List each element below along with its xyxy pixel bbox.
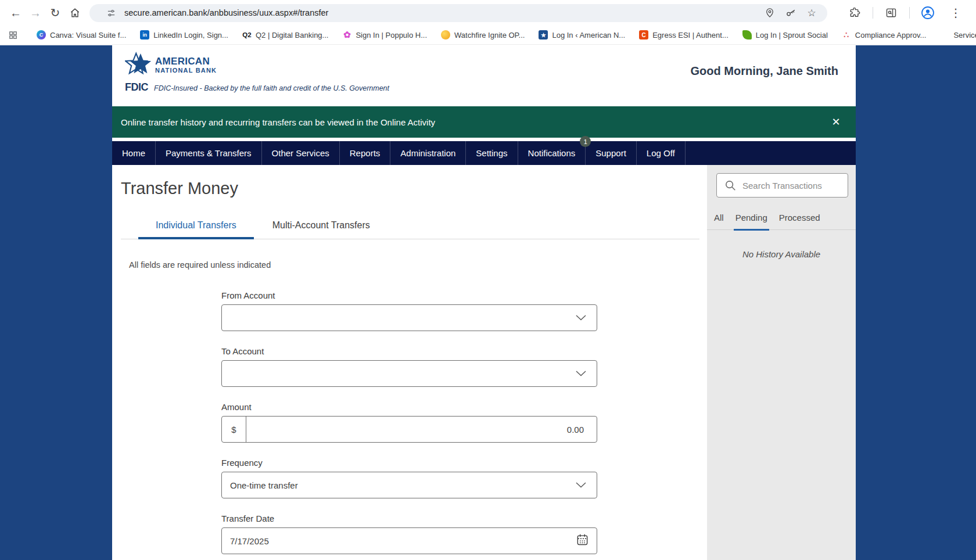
bookmark-label: Egress ESI | Authent... [652, 31, 729, 40]
currency-symbol: $ [222, 417, 246, 442]
site-info-tune-icon[interactable] [103, 5, 119, 20]
bookmark-label: Log In ‹ American N... [552, 31, 625, 40]
amount-label: Amount [221, 403, 597, 412]
star-eagle-logo-icon [125, 52, 154, 78]
transfer-date-input[interactable]: 7/17/2025 [221, 527, 597, 554]
nav-item-home[interactable]: Home [112, 141, 156, 165]
transfer-tabs: Individual Transfers Multi-Account Trans… [121, 220, 699, 239]
bookmark-watchfire[interactable]: Watchfire Ignite OP... [441, 30, 525, 40]
frequency-value: One-time transfer [222, 480, 298, 490]
nav-item-administration[interactable]: Administration [390, 141, 466, 165]
bank-site-content: AMERICAN NATIONAL BANK FDIC FDIC-Insured… [112, 45, 856, 560]
frequency-field: Frequency One-time transfer [221, 458, 597, 498]
transfer-money-panel: Transfer Money Individual Transfers Mult… [112, 165, 707, 560]
bookmark-label: LinkedIn Login, Sign... [153, 31, 228, 40]
to-account-select[interactable] [221, 360, 597, 387]
bank-logo[interactable]: AMERICAN NATIONAL BANK [125, 52, 217, 78]
poppulo-flower-favicon: ✿ [342, 30, 351, 40]
transaction-history-sidebar: All Pending Processed No History Availab… [707, 165, 856, 560]
watchfire-favicon [441, 30, 450, 40]
nav-item-payments-transfers[interactable]: Payments & Transfers [156, 141, 262, 165]
bookmark-label: Compliance Approv... [855, 31, 927, 40]
nav-item-log-off[interactable]: Log Off [637, 141, 686, 165]
browser-menu-icon[interactable]: ⋮ [946, 3, 966, 23]
to-account-field: To Account [221, 347, 597, 387]
profile-avatar-icon[interactable] [918, 3, 938, 23]
passwords-key-icon[interactable] [783, 5, 798, 20]
chevron-down-icon [576, 480, 586, 490]
bank-header: AMERICAN NATIONAL BANK FDIC FDIC-Insured… [112, 45, 856, 106]
q2-favicon: Q2 [242, 30, 252, 40]
calendar-icon[interactable] [576, 533, 589, 549]
toolbar-separator [909, 7, 910, 19]
bookmark-compliance[interactable]: ∴ Compliance Approv... [842, 30, 927, 40]
banner-message: Online transfer history and recurring tr… [121, 117, 435, 127]
banner-close-icon[interactable]: ✕ [828, 114, 844, 130]
search-icon [724, 179, 737, 192]
tab-individual-transfers[interactable]: Individual Transfers [156, 220, 236, 239]
bank-logo-text: AMERICAN NATIONAL BANK [155, 56, 217, 74]
no-history-message: No History Available [707, 249, 856, 259]
forward-icon[interactable]: → [26, 3, 45, 23]
bookmark-canva[interactable]: C Canva: Visual Suite f... [37, 30, 126, 40]
bookmark-sprout-social[interactable]: Log In | Sprout Social [742, 30, 828, 40]
fdic-logo: FDIC [125, 81, 148, 94]
frequency-select[interactable]: One-time transfer [221, 472, 597, 498]
search-transactions-box[interactable] [716, 173, 848, 198]
transfer-form: From Account To Account [221, 291, 597, 554]
from-account-select[interactable] [221, 304, 597, 331]
transfer-date-field: Transfer Date 7/17/2025 [221, 514, 597, 554]
filter-tab-processed[interactable]: Processed [779, 213, 820, 229]
transfer-date-value: 7/17/2025 [222, 536, 269, 546]
bookmark-egress[interactable]: C Egress ESI | Authent... [639, 30, 729, 40]
bookmark-star-icon[interactable]: ☆ [804, 5, 819, 20]
content-row: Transfer Money Individual Transfers Mult… [112, 165, 856, 560]
bookmark-q2[interactable]: Q2 Q2 | Digital Banking... [242, 30, 329, 40]
nav-item-label: Notifications [528, 148, 576, 158]
chevron-down-icon [576, 368, 586, 379]
from-account-label: From Account [221, 291, 597, 300]
location-pin-icon[interactable] [762, 5, 777, 20]
bookmark-label: Sign In | Poppulo H... [356, 31, 427, 40]
required-fields-note: All fields are required unless indicated [129, 260, 707, 270]
chevron-down-icon [576, 313, 586, 323]
address-bar[interactable]: secure.american.bank/anbbusiness/uux.asp… [89, 4, 827, 22]
refresh-icon[interactable]: ↻ [45, 3, 65, 23]
fdic-disclosure: FDIC FDIC-Insured - Backed by the full f… [125, 81, 389, 94]
home-icon[interactable] [65, 3, 85, 23]
tab-multi-account-transfers[interactable]: Multi-Account Transfers [272, 220, 370, 239]
url-text[interactable]: secure.american.bank/anbbusiness/uux.asp… [124, 8, 756, 17]
bookmark-poppulo[interactable]: ✿ Sign In | Poppulo H... [342, 30, 427, 40]
filter-tab-all[interactable]: All [714, 213, 724, 229]
extensions-puzzle-icon[interactable] [845, 3, 864, 23]
page-background: AMERICAN NATIONAL BANK FDIC FDIC-Insured… [0, 45, 976, 560]
transfer-date-label: Transfer Date [221, 514, 597, 523]
egress-favicon: C [639, 30, 648, 40]
bookmark-service-catalog[interactable]: Service Catalog | A... [940, 30, 976, 40]
amount-input[interactable]: $ 0.00 [221, 416, 597, 443]
back-icon[interactable]: ← [6, 3, 26, 23]
bookmark-linkedin[interactable]: in LinkedIn Login, Sign... [140, 30, 228, 40]
bookmark-american-national[interactable]: ★ Log In ‹ American N... [539, 30, 625, 40]
filter-tab-pending[interactable]: Pending [734, 213, 769, 231]
nav-item-support[interactable]: Support [586, 141, 637, 165]
bookmark-label: Watchfire Ignite OP... [454, 31, 525, 40]
toolbar-separator [873, 7, 873, 19]
nav-item-settings[interactable]: Settings [466, 141, 518, 165]
nav-item-reports[interactable]: Reports [340, 141, 391, 165]
amount-field: Amount $ 0.00 [221, 403, 597, 443]
history-filter-tabs: All Pending Processed [707, 213, 856, 230]
apps-grid-icon[interactable] [8, 30, 18, 40]
leaf-favicon [742, 30, 752, 40]
search-transactions-input[interactable] [742, 181, 858, 191]
main-navigation: Home Payments & Transfers Other Services… [112, 141, 856, 165]
browser-toolbar: ← → ↻ secure.american.bank/anbbusiness/u… [0, 0, 976, 26]
side-panel-search-icon[interactable] [881, 3, 901, 23]
greeting-text: Good Morning, Jane Smith [691, 64, 838, 78]
canva-favicon: C [37, 30, 46, 40]
nav-item-notifications[interactable]: Notifications 1 [518, 141, 586, 165]
from-account-field: From Account [221, 291, 597, 331]
bookmark-label: Log In | Sprout Social [756, 31, 828, 40]
nav-item-other-services[interactable]: Other Services [262, 141, 340, 165]
frequency-label: Frequency [221, 458, 597, 468]
